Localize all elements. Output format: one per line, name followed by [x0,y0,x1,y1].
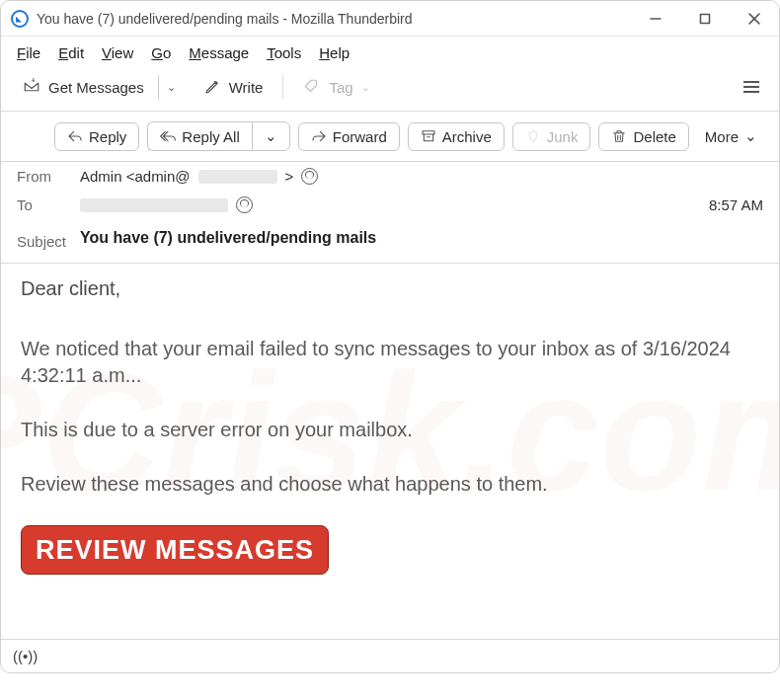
svg-rect-1 [701,14,710,23]
more-label: More [705,128,739,145]
tag-button[interactable]: Tag ⌄ [293,73,379,101]
menubar: File Edit View Go Message Tools Help [1,37,779,69]
get-messages-label: Get Messages [48,79,144,96]
message-actions: Reply Reply All ⌄ Forward Archive Junk D… [1,112,779,161]
body-p1: We noticed that your email failed to syn… [21,336,759,389]
maximize-button[interactable] [680,1,730,37]
from-redacted [198,170,277,184]
forward-label: Forward [333,128,387,145]
to-contact-icon[interactable] [236,196,253,213]
body-p3: Review these messages and choose what ha… [21,471,759,498]
to-value [80,196,253,213]
body-salutation: Dear client, [21,275,759,302]
to-label: To [17,196,80,213]
message-header: From Admin <admin@ > To 8:57 AM Subject … [1,161,779,264]
statusbar: ((•)) [1,639,779,672]
menu-help[interactable]: Help [313,40,355,65]
window-title: You have (7) undelivered/pending mails -… [37,11,413,27]
svg-rect-4 [423,131,434,134]
titlebar: You have (7) undelivered/pending mails -… [1,1,779,37]
archive-button[interactable]: Archive [408,122,505,151]
to-redacted [80,198,228,212]
tag-label: Tag [329,79,352,96]
from-value: Admin <admin@ > [80,168,318,185]
menu-go[interactable]: Go [145,40,177,65]
menu-message[interactable]: Message [183,40,255,65]
write-label: Write [229,79,264,96]
app-menu-button[interactable] [736,73,767,101]
menu-tools[interactable]: Tools [261,40,307,65]
reply-all-button[interactable]: Reply All [147,121,251,151]
get-messages-chevron[interactable]: ⌄ [158,75,184,100]
menu-edit[interactable]: Edit [52,40,90,65]
subject-label: Subject [17,233,80,250]
write-button[interactable]: Write [194,73,273,101]
archive-label: Archive [442,128,492,145]
reply-all-chevron[interactable]: ⌄ [252,121,290,151]
menu-view[interactable]: View [96,40,139,65]
reply-label: Reply [89,128,126,145]
message-time: 8:57 AM [709,196,763,213]
review-messages-button[interactable]: REVIEW MESSAGES [21,525,329,575]
message-body: PCrisk.com Dear client, We noticed that … [1,264,779,639]
forward-button[interactable]: Forward [298,122,400,151]
reply-all-group: Reply All ⌄ [147,121,289,151]
from-contact-icon[interactable] [301,168,318,185]
thunderbird-icon [11,10,29,28]
more-button[interactable]: More ⌄ [697,122,765,150]
minimize-button[interactable] [631,1,680,37]
junk-label: Junk [547,128,579,145]
get-messages-button[interactable]: Get Messages [13,73,154,101]
body-p2: This is due to a server error on your ma… [21,417,759,443]
close-button[interactable] [730,1,779,37]
junk-button[interactable]: Junk [512,122,591,151]
subject-value: You have (7) undelivered/pending mails [80,225,376,257]
from-label: From [17,168,80,185]
menu-file[interactable]: File [11,40,46,65]
connection-indicator[interactable]: ((•)) [13,648,38,664]
delete-button[interactable]: Delete [598,122,688,151]
delete-label: Delete [633,128,675,145]
watermark: PCrisk.com [1,264,779,638]
reply-all-label: Reply All [182,128,239,145]
app-window: You have (7) undelivered/pending mails -… [0,0,780,673]
main-toolbar: Get Messages ⌄ Write Tag ⌄ [1,69,779,112]
reply-button[interactable]: Reply [54,122,139,151]
